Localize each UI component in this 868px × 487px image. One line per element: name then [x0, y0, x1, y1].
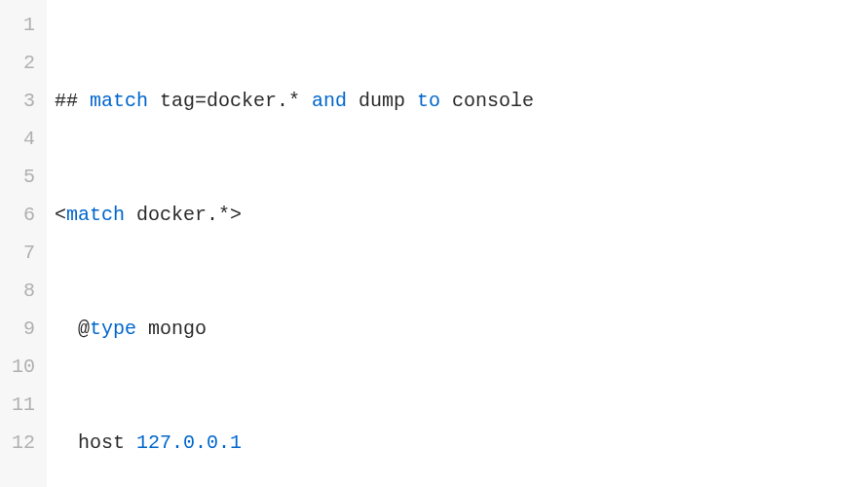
text: console: [440, 90, 534, 112]
tag-name: match: [66, 204, 125, 226]
line-number: 9: [0, 310, 35, 348]
value: 127.0.0.1: [136, 431, 242, 454]
line-number: 5: [0, 158, 35, 196]
line-number: 2: [0, 44, 35, 82]
text: host: [78, 431, 136, 454]
code-area: ## match tag=docker.* and dump to consol…: [47, 0, 868, 487]
code-line: @type mongo: [55, 310, 868, 348]
line-number: 6: [0, 196, 35, 234]
text: mongo: [136, 318, 207, 340]
text: tag=docker.*: [148, 90, 312, 112]
line-number: 1: [0, 6, 35, 44]
keyword: type: [90, 318, 136, 340]
line-number-gutter: 1 2 3 4 5 6 7 8 9 10 11 12: [0, 0, 47, 487]
line-number: 8: [0, 272, 35, 310]
line-number: 7: [0, 234, 35, 272]
line-number: 3: [0, 82, 35, 120]
line-number: 4: [0, 120, 35, 158]
bracket: <: [55, 204, 66, 226]
keyword: match: [90, 90, 148, 112]
keyword: and: [312, 90, 347, 112]
code-line: ## match tag=docker.* and dump to consol…: [55, 82, 868, 120]
text: ##: [55, 90, 90, 112]
at-sign: @: [78, 318, 90, 340]
line-number: 11: [0, 386, 35, 424]
code-line: host 127.0.0.1: [55, 424, 868, 462]
text: dump: [347, 90, 417, 112]
line-number: 12: [0, 424, 35, 462]
text: docker.*>: [125, 204, 242, 226]
code-line: <match docker.*>: [55, 196, 868, 234]
line-number: 10: [0, 348, 35, 386]
keyword: to: [417, 90, 440, 112]
